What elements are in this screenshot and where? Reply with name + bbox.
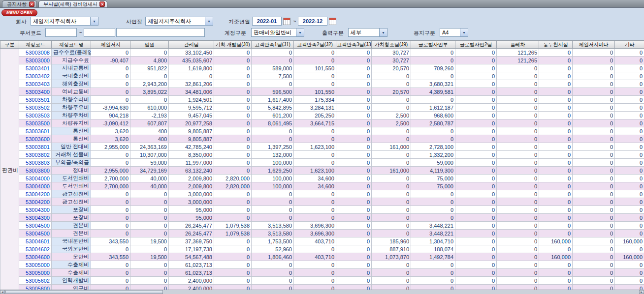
menu-open-button[interactable]: MENU OPEN (1, 9, 37, 16)
table-row[interactable]: 53003402국내출장비00007,500000000000 (0, 72, 644, 80)
account-code-cell[interactable]: 53003801 (19, 143, 52, 151)
account-code-cell[interactable]: 53003500 (19, 119, 52, 127)
scroll-left-arrow-icon[interactable]: ◄ (0, 290, 5, 294)
account-name-cell[interactable]: 급수수료(클레임) (52, 49, 91, 57)
account-code-cell[interactable]: 53005000 (19, 261, 52, 269)
dept-code-from-input[interactable] (45, 28, 77, 37)
account-name-cell[interactable]: 부의금/축의금 (52, 159, 91, 167)
account-name-cell[interactable]: 시내교통비 (52, 64, 91, 72)
scrollbar-thumb[interactable] (5, 290, 163, 294)
column-header[interactable]: 제일저지비나 (573, 41, 615, 49)
account-code-cell[interactable]: 53003008 (19, 49, 52, 57)
table-row[interactable]: 53003800접대비2,955,00034,729,16963,132,240… (0, 167, 644, 175)
calendar-icon[interactable] (329, 18, 336, 25)
column-header[interactable]: 고객만족1팀(J1) (252, 41, 294, 49)
table-row[interactable]: 53003600통신비3,6204009,805,88700000000000 (0, 135, 644, 143)
account-name-cell[interactable]: 수출제비 (52, 261, 91, 269)
column-header[interactable]: 고객만족2팀(J2) (294, 41, 336, 49)
account-code-cell[interactable]: 53004600 (19, 253, 52, 261)
account-name-cell[interactable]: 견본비 (52, 230, 91, 237)
table-row[interactable]: 53003500차량유지비-3,090,412607,80720,977,258… (0, 119, 644, 127)
column-header[interactable]: 글로벌사업부 (411, 41, 455, 49)
table-row[interactable]: 53004300포장비0095,00000000000000 (0, 214, 644, 222)
account-name-cell[interactable]: 도서인쇄비 (52, 182, 91, 190)
table-row[interactable]: 53003400여비교통비03,895,02234,481,0060596,50… (0, 88, 644, 96)
account-code-cell[interactable]: 53005602 (19, 277, 52, 285)
account-name-cell[interactable]: 국내운반비 (52, 237, 91, 245)
account-code-cell[interactable]: 53003402 (19, 72, 52, 80)
account-code-cell[interactable]: 53004300 (19, 214, 52, 222)
table-row[interactable]: 53003803부의금/축의금059,00011,997,0000100,000… (0, 159, 644, 167)
account-name-cell[interactable]: 지급수수료 (52, 57, 91, 64)
table-row[interactable]: 53005600연구비002,400,00000000000000 (0, 285, 644, 290)
table-row[interactable]: 53003801일반 접대비2,955,00024,363,16942,785,… (0, 143, 644, 151)
column-header[interactable]: 동두천지점 (539, 41, 573, 49)
close-icon[interactable]: × (99, 1, 105, 7)
table-row[interactable]: 53004500견본비0026,245,4771,079,5383,513,58… (0, 222, 644, 230)
table-row[interactable]: 53005000수출제비0061,023,71300000000000 (0, 269, 644, 277)
account-name-cell[interactable]: 포장비 (52, 206, 91, 214)
account-code-cell[interactable]: 53004200 (19, 190, 52, 198)
account-code-cell[interactable]: 53004601 (19, 237, 52, 245)
column-header[interactable]: 기타 (615, 41, 644, 49)
account-code-cell[interactable]: 53003601 (19, 127, 52, 135)
account-code-cell[interactable]: 53003403 (19, 80, 52, 88)
close-icon[interactable]: × (29, 1, 34, 7)
table-row[interactable]: 53003503차량주차비904,218-2,1939,457,0450601,… (0, 112, 644, 119)
table-row[interactable]: 53004000도서인쇄비2,700,00040,0002,009,8002,8… (0, 175, 644, 182)
table-row[interactable]: 53003401시내교통비0951,8221,619,8000589,00010… (0, 64, 644, 72)
account-name-cell[interactable]: 견본비 (52, 222, 91, 230)
account-code-cell[interactable]: 53003502 (19, 104, 52, 112)
column-header[interactable]: 기획.개발팀(J0) (214, 41, 252, 49)
account-name-cell[interactable]: 도서인쇄비 (52, 175, 91, 182)
account-name-cell[interactable]: 거래처 선물비 (52, 151, 91, 159)
account-name-cell[interactable]: 통신비 (52, 135, 91, 143)
table-row[interactable]: 53003802거래처 선물비010,307,0008,350,0000132,… (0, 151, 644, 159)
period-to-input[interactable]: 2022-12 (298, 17, 327, 26)
account-code-cell[interactable]: 53003503 (19, 112, 52, 119)
account-code-cell[interactable]: 53004500 (19, 222, 52, 230)
table-row[interactable]: 53004300포장비0095,00000000000000 (0, 206, 644, 214)
company-select[interactable]: 제일저지주식회사 ▼ (31, 17, 98, 26)
output-select[interactable]: 세부 ▼ (348, 28, 387, 37)
account-name-cell[interactable]: 접대비 (52, 167, 91, 175)
account-name-cell[interactable]: 국내출장비 (52, 72, 91, 80)
account-code-cell[interactable]: 53003501 (19, 96, 52, 104)
account-name-cell[interactable]: 여비교통비 (52, 88, 91, 96)
account-code-cell[interactable]: 53004000 (19, 182, 52, 190)
account-code-cell[interactable]: 53003401 (19, 64, 52, 72)
column-header[interactable]: 플레차 (497, 41, 539, 49)
account-name-cell[interactable]: 운반비 (52, 253, 91, 261)
account-code-cell[interactable]: 53003800 (19, 167, 52, 175)
column-header[interactable]: 계정코드명 (52, 41, 91, 49)
table-row[interactable]: 53004602국외운반비0017,197,738052,96000887,91… (0, 245, 644, 253)
account-name-cell[interactable]: 차량유지비 (52, 119, 91, 127)
account-code-cell[interactable]: 53004500 (19, 230, 52, 237)
scrollbar-track[interactable] (163, 290, 639, 294)
account-name-cell[interactable]: 차량수리비 (52, 96, 91, 104)
account-code-cell[interactable]: 53003803 (19, 159, 52, 167)
table-row[interactable]: 53005000수출제비0061,023,71300000000000 (0, 261, 644, 269)
dept-code-to-input[interactable] (84, 28, 115, 37)
account-code-cell[interactable]: 53005600 (19, 285, 52, 290)
account-name-cell[interactable]: 수출제비 (52, 269, 91, 277)
column-header[interactable]: 관리팀 (169, 41, 214, 49)
workplace-select[interactable]: 제일저지주식회사 ▼ (145, 17, 213, 26)
column-header[interactable]: 제일저지 (91, 41, 130, 49)
tab-notice[interactable]: 공지사항 × (2, 0, 37, 7)
table-row[interactable]: 53004500견본비0026,245,4771,079,5383,513,58… (0, 230, 644, 237)
account-name-cell[interactable]: 통신비 (52, 127, 91, 135)
account-code-cell[interactable]: 53004602 (19, 245, 52, 253)
account-type-select[interactable]: 판매비와일반비 ▼ (251, 28, 304, 37)
account-name-cell[interactable]: 광고선전비 (52, 190, 91, 198)
account-code-cell[interactable]: 53003000 (19, 57, 52, 64)
account-name-cell[interactable]: 해외출장비 (52, 80, 91, 88)
account-name-cell[interactable]: 광고선전비 (52, 198, 91, 206)
table-row[interactable]: 53003501차량수리비001,924,50101,617,400175,33… (0, 96, 644, 104)
period-from-input[interactable]: 2022-01 (252, 17, 282, 26)
table-row[interactable]: 53004200광고선전비003,000,00000000000000 (0, 198, 644, 206)
table-row[interactable]: 53004600운반비343,55019,50054,567,48801,806… (0, 253, 644, 261)
account-code-cell[interactable]: 53003600 (19, 135, 52, 143)
paper-select[interactable]: A4 ▼ (440, 28, 468, 37)
account-name-cell[interactable]: 연구비 (52, 285, 91, 290)
